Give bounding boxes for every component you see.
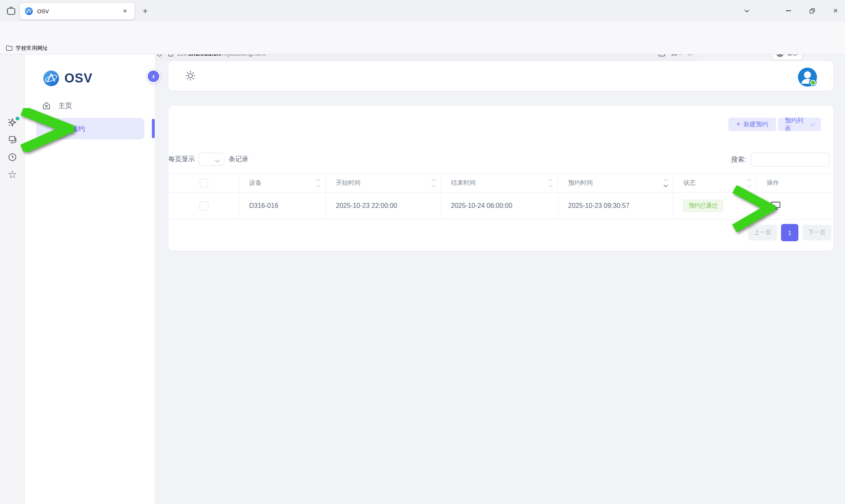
row-checkbox-cell bbox=[168, 193, 239, 219]
cell-booking-time: 2025-10-23 09:30:57 bbox=[558, 193, 673, 219]
new-tab-button[interactable]: + bbox=[139, 5, 151, 17]
theme-sun-icon[interactable] bbox=[185, 70, 196, 81]
status-badge: 预约已通过 bbox=[683, 200, 723, 212]
cell-start-time: 2025-10-23 22:00:00 bbox=[326, 193, 441, 219]
synced-tabs-icon[interactable] bbox=[6, 133, 19, 146]
header-booking-time[interactable]: 预约时间 bbox=[558, 173, 673, 193]
search-control: 搜索: bbox=[731, 153, 829, 167]
active-item-indicator bbox=[152, 119, 155, 138]
per-page-control: 每页显示 条记录 bbox=[168, 153, 248, 166]
search-input[interactable] bbox=[751, 153, 829, 167]
header-end-time[interactable]: 结束时间 bbox=[441, 173, 558, 193]
plus-icon: + bbox=[736, 120, 741, 129]
sort-icons[interactable] bbox=[664, 179, 667, 186]
annotation-arrow-action bbox=[731, 186, 776, 232]
booking-list-label: 预约列表 bbox=[785, 117, 808, 132]
select-all-checkbox[interactable] bbox=[200, 179, 208, 187]
header-device[interactable]: 设备 bbox=[239, 173, 326, 193]
header-checkbox-cell bbox=[168, 173, 239, 193]
tab-favicon bbox=[25, 7, 33, 15]
tab-close-icon[interactable]: × bbox=[120, 7, 130, 15]
window-close-button[interactable]: × bbox=[828, 5, 843, 16]
next-page-button[interactable]: 下一页 bbox=[803, 225, 831, 240]
history-clock-icon[interactable] bbox=[6, 151, 19, 164]
browser-window: OSV × + × ← → ↻ bbox=[0, 0, 845, 504]
bookmarks-star-icon[interactable]: ☆ bbox=[6, 168, 19, 181]
restore-button[interactable] bbox=[805, 5, 819, 16]
bookmarks-folder-label: 学校常用网址 bbox=[16, 45, 48, 52]
tab-title: OSV bbox=[37, 8, 120, 14]
per-page-select[interactable] bbox=[199, 153, 224, 166]
sort-icons[interactable] bbox=[549, 179, 552, 186]
new-booking-label: 新建预约 bbox=[744, 120, 768, 128]
select-chevron-icon bbox=[215, 158, 220, 162]
firefox-view-icon[interactable] bbox=[5, 5, 17, 17]
brand-name: OSV bbox=[64, 71, 92, 86]
header-start-time[interactable]: 开始时间 bbox=[326, 173, 441, 193]
row-checkbox[interactable] bbox=[199, 201, 208, 211]
browser-tab[interactable]: OSV × bbox=[20, 3, 135, 19]
annotation-arrow-sidebar bbox=[18, 108, 74, 152]
minimize-button[interactable] bbox=[781, 5, 795, 16]
osv-logo-icon bbox=[43, 70, 59, 87]
user-avatar[interactable] bbox=[798, 67, 817, 87]
per-page-suffix: 条记录 bbox=[229, 155, 248, 164]
current-page-button[interactable]: 1 bbox=[781, 224, 798, 241]
app-header-card bbox=[168, 61, 833, 91]
nav-toolbar: ← → ↻ osv.shu.edu.cn/mybooking.html 文A ☆ bbox=[0, 21, 845, 42]
app-logo: OSV bbox=[43, 70, 92, 87]
sidebar-collapse-button[interactable]: ‹ bbox=[146, 69, 161, 83]
sort-icons[interactable] bbox=[432, 179, 435, 186]
booking-list-button[interactable]: 预约列表 bbox=[778, 118, 821, 131]
chevron-left-icon: ‹ bbox=[152, 72, 155, 80]
per-page-prefix: 每页显示 bbox=[168, 155, 195, 164]
tab-strip: OSV × + × bbox=[0, 0, 845, 21]
cell-device: D316-016 bbox=[239, 193, 326, 219]
list-tabs-icon[interactable] bbox=[740, 5, 754, 16]
new-booking-button[interactable]: + 新建预约 bbox=[728, 118, 776, 131]
folder-icon bbox=[6, 45, 13, 51]
sort-icons[interactable] bbox=[317, 179, 320, 186]
cell-end-time: 2025-10-24 06:00:00 bbox=[441, 193, 558, 219]
search-label: 搜索: bbox=[731, 155, 746, 164]
bookmarks-folder[interactable]: 学校常用网址 bbox=[6, 45, 48, 52]
chevron-down-icon bbox=[811, 121, 815, 126]
bookmarks-bar: 学校常用网址 bbox=[0, 42, 845, 54]
